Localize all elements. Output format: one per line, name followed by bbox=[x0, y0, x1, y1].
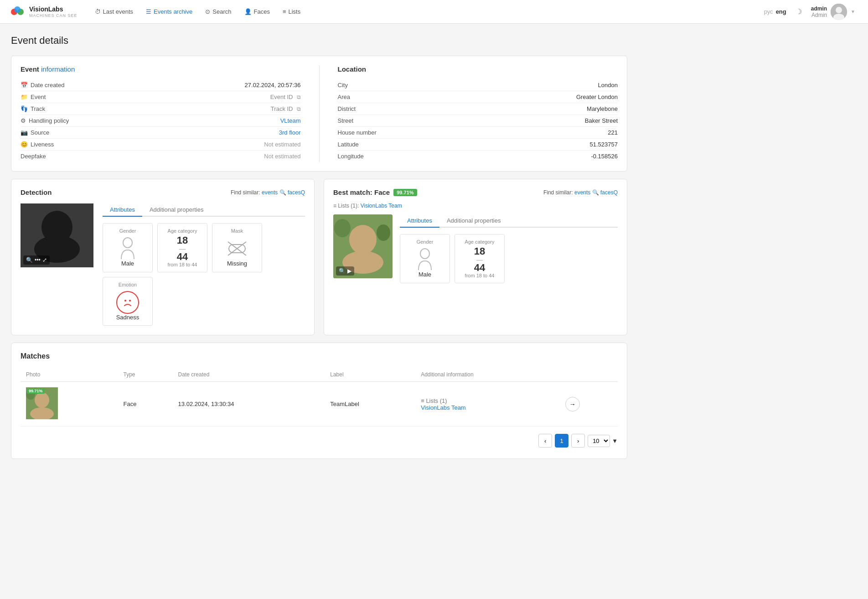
street-row: Street Baker Street bbox=[338, 115, 618, 127]
page-size-dropdown[interactable]: 10 25 50 bbox=[588, 435, 610, 447]
nav-events-archive[interactable]: ☰ Events archive bbox=[141, 5, 197, 18]
copy-track-id-icon[interactable]: ⧉ bbox=[297, 106, 301, 112]
col-type: Type bbox=[118, 368, 172, 382]
bm-zoom-icon[interactable]: 🔍 bbox=[339, 268, 346, 274]
bm-find-similar-events-link[interactable]: events bbox=[574, 189, 590, 196]
match-navigate-cell: → bbox=[560, 382, 618, 427]
liveness-value: Not estimated bbox=[264, 141, 300, 148]
brand-tagline: MACHINES CAN SEE bbox=[29, 13, 78, 18]
location-section: Location City London Area Greater London… bbox=[338, 65, 618, 162]
detection-image-wrapper: 🔍 ••• ⤢ bbox=[21, 203, 93, 267]
match-type-cell: Face bbox=[118, 382, 172, 427]
bm-tab-additional[interactable]: Additional properties bbox=[439, 214, 508, 228]
page-1-button[interactable]: 1 bbox=[555, 434, 568, 448]
bm-play-icon[interactable]: ▶ bbox=[347, 268, 351, 274]
avatar bbox=[831, 4, 847, 20]
best-match-image: 🔍 ▶ bbox=[333, 214, 393, 278]
page-size-select: 10 25 50 ▼ bbox=[588, 435, 618, 447]
more-options-icon[interactable]: ••• bbox=[35, 257, 41, 263]
mask-icon bbox=[227, 241, 247, 256]
find-similar-label: Find similar: events 🔍 facesQ bbox=[231, 189, 305, 196]
find-similar-events-link[interactable]: events bbox=[262, 189, 278, 196]
emotion-value: Sadness bbox=[109, 314, 146, 321]
district-value: Marylebone bbox=[587, 105, 618, 112]
longitude-row: Longitude -0.158526 bbox=[338, 151, 618, 162]
prev-page-button[interactable]: ‹ bbox=[538, 434, 552, 448]
col-photo: Photo bbox=[21, 368, 118, 382]
bm-gender-value: Male bbox=[407, 271, 443, 278]
handling-policy-value[interactable]: VLteam bbox=[280, 117, 301, 124]
age-range-value: from 18 to 44 bbox=[164, 262, 201, 267]
source-value[interactable]: 3rd floor bbox=[279, 129, 301, 136]
svg-point-17 bbox=[349, 225, 377, 254]
bm-attrs-grid: Gender Male Age category bbox=[400, 234, 618, 283]
lang-ru[interactable]: рус bbox=[764, 8, 773, 15]
best-match-card: Best match: Face 99.71% Find similar: ev… bbox=[324, 179, 627, 335]
find-similar-faces-link[interactable]: facesQ bbox=[288, 189, 305, 196]
detection-attrs-grid: Gender Male Age category bbox=[103, 223, 305, 326]
next-page-button[interactable]: › bbox=[571, 434, 585, 448]
latitude-row: Latitude 51.523757 bbox=[338, 139, 618, 151]
bm-age-range-value: from 18 to 44 bbox=[461, 273, 498, 278]
nav-faces[interactable]: 👤 Faces bbox=[240, 5, 274, 18]
bm-male-person-icon bbox=[417, 248, 433, 271]
bm-lists-link[interactable]: VisionLabs Team bbox=[361, 203, 402, 209]
matches-card: Matches Photo Type Date created Label Ad… bbox=[11, 343, 627, 459]
lang-en[interactable]: eng bbox=[776, 8, 786, 15]
nav-search[interactable]: ⊙ Search bbox=[201, 5, 236, 18]
deepfake-row: Deepfake Not estimated bbox=[21, 151, 301, 162]
house-number-row: House number 221 bbox=[338, 127, 618, 139]
liveness-icon: 😊 bbox=[21, 141, 28, 148]
detection-and-match-row: Detection Find similar: events 🔍 facesQ bbox=[11, 179, 627, 335]
svg-point-20 bbox=[377, 224, 390, 241]
area-value: Greater London bbox=[576, 94, 618, 100]
liveness-row: 😊 Liveness Not estimated bbox=[21, 139, 301, 151]
emotion-attr-card: Emotion bbox=[103, 277, 153, 326]
match-score: 99.71% bbox=[27, 388, 45, 394]
bm-find-similar-faces-link[interactable]: facesQ bbox=[600, 189, 618, 196]
svg-point-10 bbox=[123, 238, 132, 248]
list-icon-match: ≡ bbox=[421, 397, 424, 404]
street-value: Baker Street bbox=[585, 117, 618, 124]
handling-policy-row: ⚙ Handling policy VLteam bbox=[21, 115, 301, 127]
expand-icon[interactable]: ⤢ bbox=[42, 257, 47, 263]
location-title: Location bbox=[338, 65, 618, 73]
copy-event-id-icon[interactable]: ⧉ bbox=[297, 94, 301, 100]
match-list-link[interactable]: VisionLabs Team bbox=[421, 404, 554, 411]
age-display: 18 — 44 bbox=[177, 235, 188, 262]
nav-last-events[interactable]: ⏱ Last events bbox=[90, 5, 138, 18]
page-title: Event details bbox=[11, 35, 627, 47]
tab-additional-properties[interactable]: Additional properties bbox=[142, 203, 211, 217]
svg-point-14 bbox=[124, 300, 126, 302]
city-value: London bbox=[598, 82, 618, 89]
matches-table-header: Photo Type Date created Label Additional… bbox=[21, 368, 618, 382]
match-date-cell: 13.02.2024, 13:30:34 bbox=[173, 382, 325, 427]
user-menu[interactable]: admin Admin ▼ bbox=[807, 2, 859, 22]
bm-gender-attr-card: Gender Male bbox=[400, 234, 450, 283]
chevron-down-icon: ▼ bbox=[851, 9, 855, 14]
gender-value: Male bbox=[109, 260, 146, 267]
nav-lists[interactable]: ≡ Lists bbox=[278, 5, 305, 18]
latitude-value: 51.523757 bbox=[590, 141, 618, 148]
lists-icon: ≡ bbox=[283, 8, 286, 15]
match-navigate-button[interactable]: → bbox=[565, 397, 580, 411]
col-date: Date created bbox=[173, 368, 325, 382]
search-icon: ⊙ bbox=[205, 8, 210, 15]
track-icon: 👣 bbox=[21, 105, 28, 112]
bm-tab-attributes[interactable]: Attributes bbox=[400, 214, 439, 228]
match-info-cell: ≡ Lists (1) VisionLabs Team bbox=[415, 382, 560, 427]
matches-table: Photo Type Date created Label Additional… bbox=[21, 368, 618, 427]
tab-attributes[interactable]: Attributes bbox=[103, 203, 142, 217]
male-person-icon bbox=[119, 237, 136, 260]
pagination: ‹ 1 › 10 25 50 ▼ bbox=[21, 427, 618, 449]
deepfake-value: Not estimated bbox=[264, 153, 300, 160]
table-row: 99.71% Face 13.02.2024, 13:30:34 TeamLab… bbox=[21, 382, 618, 427]
detection-tabs: Attributes Additional properties bbox=[103, 203, 305, 217]
date-created-row: 📅 Date created 27.02.2024, 20:57:36 bbox=[21, 79, 301, 91]
theme-toggle-button[interactable]: ☽ bbox=[794, 5, 804, 18]
event-row: 📁 Event Event ID ⧉ bbox=[21, 91, 301, 103]
zoom-in-icon[interactable]: 🔍 bbox=[26, 257, 33, 263]
sadness-emotion-icon bbox=[116, 291, 139, 314]
svg-point-23 bbox=[35, 392, 49, 408]
best-match-attributes-panel: Attributes Additional properties Gender bbox=[400, 214, 618, 283]
